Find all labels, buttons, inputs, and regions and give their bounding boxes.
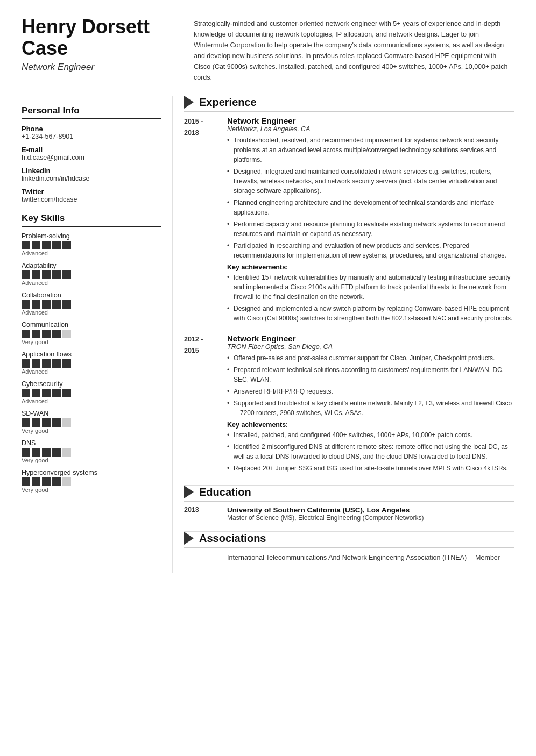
skill-square-filled: [42, 477, 51, 486]
skill-square-filled: [52, 389, 61, 397]
associations-section: Associations International Telecommunica…: [184, 532, 514, 563]
exp-details: Network Engineer TRON Fiber Optics, San …: [227, 334, 514, 475]
skill-square-filled: [52, 300, 61, 309]
exp-dates: 2015 -2018: [184, 116, 222, 325]
experience-item: 2012 -2015 Network Engineer TRON Fiber O…: [184, 334, 514, 475]
edu-details: University of Southern California (USC),…: [227, 506, 424, 522]
skill-item: Cybersecurity Advanced: [22, 380, 161, 404]
skill-square-empty: [62, 330, 71, 338]
skill-square-empty: [62, 448, 71, 457]
exp-dates: 2012 -2015: [184, 334, 222, 475]
exp-details: Network Engineer NetWorkz, Los Angeles, …: [227, 116, 514, 325]
experience-item: 2015 -2018 Network Engineer NetWorkz, Lo…: [184, 116, 514, 325]
exp-achievement: Identified 15+ network vulnerabilities b…: [227, 273, 514, 302]
skill-square-filled: [42, 241, 51, 249]
skill-name: Hyperconverged systems: [22, 469, 161, 476]
experience-title: Experience: [199, 96, 257, 109]
skill-name: Adaptability: [22, 262, 161, 269]
personal-info-label: Phone: [22, 125, 161, 133]
candidate-title: Network Engineer: [22, 62, 172, 73]
skill-square-filled: [22, 270, 30, 279]
skill-name: DNS: [22, 439, 161, 447]
skill-square-filled: [52, 270, 61, 279]
exp-achievement: Identified 2 misconfigured DNS at differ…: [227, 442, 514, 461]
skill-square-filled: [42, 389, 51, 397]
skill-square-filled: [62, 241, 71, 249]
personal-info-title: Personal Info: [22, 105, 161, 119]
skill-square-filled: [22, 448, 30, 457]
skill-name: SD-WAN: [22, 410, 161, 417]
skill-bar-row: [22, 270, 161, 279]
skill-square-filled: [52, 330, 61, 338]
experience-section: Experience 2015 -2018 Network Engineer N…: [184, 96, 514, 475]
personal-info-item: Phone +1-234-567-8901: [22, 125, 161, 140]
personal-info-value: linkedin.com/in/hdcase: [22, 175, 161, 182]
exp-bullet: Offered pre-sales and post-sales custome…: [227, 353, 514, 363]
skill-square-filled: [52, 477, 61, 486]
exp-bullet: Designed, integrated and maintained cons…: [227, 167, 514, 196]
skill-item: Application flows Advanced: [22, 351, 161, 375]
skill-bar-row: [22, 241, 161, 249]
skill-level: Advanced: [22, 309, 161, 316]
skill-square-filled: [62, 270, 71, 279]
skill-square-filled: [42, 448, 51, 457]
personal-info-item: Twitter twitter.com/hdcase: [22, 188, 161, 203]
exp-achievements-list: Identified 15+ network vulnerabilities b…: [227, 273, 514, 323]
personal-info-label: Twitter: [22, 188, 161, 196]
skill-item: Communication Very good: [22, 321, 161, 345]
skill-square-empty: [62, 418, 71, 427]
exp-bullet: Supported and troubleshot a key client's…: [227, 398, 514, 418]
skill-square-filled: [32, 241, 40, 249]
experience-arrow-icon: [184, 96, 194, 109]
skill-item: Adaptability Advanced: [22, 262, 161, 286]
skill-square-filled: [52, 448, 61, 457]
skill-item: Hyperconverged systems Very good: [22, 469, 161, 493]
education-arrow-icon: [184, 486, 194, 498]
skill-square-filled: [62, 300, 71, 309]
skill-square-filled: [22, 477, 30, 486]
sidebar: Personal Info Phone +1-234-567-8901E-mai…: [22, 96, 172, 573]
personal-info-label: E-mail: [22, 146, 161, 154]
skill-square-filled: [62, 359, 71, 368]
skill-bar-row: [22, 389, 161, 397]
exp-bullet: Performed capacity and resource planning…: [227, 219, 514, 239]
edu-year: 2013: [184, 506, 222, 522]
skill-square-filled: [32, 389, 40, 397]
personal-info-label: LinkedIn: [22, 167, 161, 175]
skill-square-filled: [32, 270, 40, 279]
skill-level: Advanced: [22, 280, 161, 286]
skill-square-filled: [42, 300, 51, 309]
education-section: Education 2013 University of Southern Ca…: [184, 486, 514, 522]
skill-square-filled: [32, 418, 40, 427]
personal-info-item: E-mail h.d.case@gmail.com: [22, 146, 161, 161]
education-list: 2013 University of Southern California (…: [184, 506, 514, 522]
skill-square-filled: [22, 389, 30, 397]
skill-item: Collaboration Advanced: [22, 291, 161, 316]
skill-level: Advanced: [22, 250, 161, 256]
skill-item: Problem-solving Advanced: [22, 232, 161, 256]
skill-level: Very good: [22, 427, 161, 434]
skill-bar-row: [22, 448, 161, 457]
associations-title: Associations: [199, 532, 266, 545]
skill-square-filled: [32, 448, 40, 457]
resume-page: Henry Dorsett Case Network Engineer Stra…: [0, 0, 536, 756]
skill-square-empty: [62, 477, 71, 486]
associations-header: Associations: [184, 532, 514, 548]
skills-title: Key Skills: [22, 213, 161, 227]
skill-level: Very good: [22, 487, 161, 493]
skill-bar-row: [22, 330, 161, 338]
education-header: Education: [184, 486, 514, 502]
skill-name: Collaboration: [22, 291, 161, 299]
skill-square-filled: [42, 330, 51, 338]
skill-square-filled: [22, 300, 30, 309]
skill-name: Cybersecurity: [22, 380, 161, 388]
exp-achievement: Replaced 20+ Juniper SSG and ISG used fo…: [227, 463, 514, 473]
skill-item: SD-WAN Very good: [22, 410, 161, 434]
exp-bullet: Planned engineering architecture and the…: [227, 198, 514, 217]
personal-info-value: twitter.com/hdcase: [22, 196, 161, 203]
personal-info-value: h.d.case@gmail.com: [22, 154, 161, 161]
skill-bar-row: [22, 359, 161, 368]
associations-text: International Telecommunications And Net…: [184, 552, 514, 563]
skill-square-filled: [52, 359, 61, 368]
skill-square-filled: [32, 300, 40, 309]
